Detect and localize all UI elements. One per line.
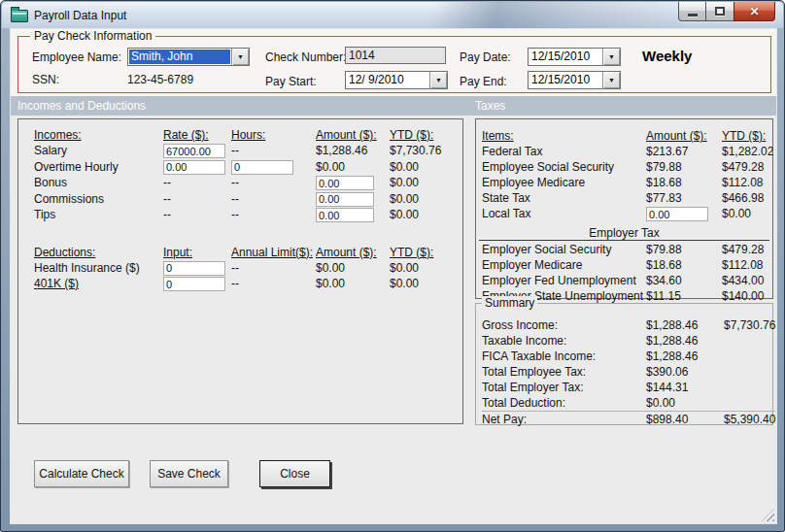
cell-value: $0.00: [646, 395, 724, 411]
pay-frequency-label: Weekly: [642, 48, 692, 64]
cell-value: $5,390.40: [724, 411, 775, 427]
row-label: Bonus: [34, 175, 163, 191]
resize-grip[interactable]: [762, 509, 774, 521]
column-header: Amount ($):: [316, 127, 390, 143]
row-label: Health Insurance ($): [34, 260, 163, 277]
cell-value: $0.00: [390, 159, 462, 176]
calculate-check-button[interactable]: Calculate Check: [34, 460, 129, 487]
row-label: FICA Taxable Income:: [482, 349, 646, 364]
employee-name-label: Employee Name:: [32, 50, 121, 64]
ssn-value: 123-45-6789: [127, 73, 193, 86]
pay-date-label: Pay Date:: [460, 50, 511, 64]
column-header: Deductions:: [34, 245, 163, 260]
column-header: Rate ($):: [163, 127, 231, 143]
bonus-amount-input[interactable]: [316, 176, 374, 190]
row-label: Net Pay:: [482, 411, 646, 427]
dropdown-arrow-icon[interactable]: ▼: [231, 49, 249, 65]
tips-amount-input[interactable]: [316, 208, 374, 222]
cell-value: $1,288.46: [316, 143, 390, 159]
employee-name-value: Smith, John: [129, 50, 230, 64]
row-label: Federal Tax: [482, 144, 646, 159]
overtime-hours-input[interactable]: [231, 160, 293, 175]
cell-value: $1,282.02: [722, 144, 773, 159]
pay-start-select[interactable]: 12/ 9/2010 ▼: [345, 71, 448, 89]
row-label: Commissions: [34, 191, 163, 208]
close-icon: ✕: [749, 6, 759, 17]
dropdown-arrow-icon[interactable]: ▼: [602, 72, 620, 88]
employer-tax-divider: Employer Tax: [479, 226, 769, 241]
cell-value: $0.00: [390, 175, 462, 191]
pay-start-label: Pay Start:: [265, 75, 317, 88]
paycheck-info-group: Pay Check Information Employee Name: Smi…: [17, 36, 771, 93]
column-header: YTD ($):: [390, 245, 462, 260]
incomes-deductions-header: Incomes and Deductions: [11, 99, 146, 113]
overtime-rate-input[interactable]: [163, 160, 225, 175]
summary-table: Gross Income: $1,288.46 $7,730.76 Taxabl…: [476, 304, 772, 427]
row-label: Total Employer Tax:: [482, 380, 646, 395]
cell-value: $18.68: [646, 257, 722, 273]
app-icon: [11, 10, 28, 22]
pay-date-value: 12/15/2010: [529, 49, 602, 65]
401k-input[interactable]: [163, 277, 225, 291]
employee-name-select[interactable]: Smith, John ▼: [127, 48, 250, 66]
pay-date-select[interactable]: 12/15/2010 ▼: [528, 48, 621, 66]
cell-value: $79.88: [646, 159, 722, 175]
taxes-table: Items: Amount ($): YTD ($): Federal Tax …: [476, 119, 772, 222]
cell-value: $79.88: [646, 242, 722, 257]
cell-value: $11.15: [646, 288, 722, 304]
pay-start-value: 12/ 9/2010: [346, 72, 429, 88]
window-title: Payroll Data Input: [34, 9, 126, 22]
column-header: Amount ($):: [646, 128, 722, 144]
close-window-button[interactable]: ✕: [734, 2, 775, 21]
pay-end-select[interactable]: 12/15/2010 ▼: [528, 71, 621, 89]
commissions-amount-input[interactable]: [316, 192, 374, 207]
cell-value: $0.00: [390, 207, 462, 223]
row-label: Employee Medicare: [482, 175, 646, 190]
maximize-button[interactable]: [705, 2, 734, 21]
row-label: State Tax: [482, 190, 646, 206]
cell-value: $390.06: [646, 364, 724, 380]
save-check-button[interactable]: Save Check: [150, 460, 228, 487]
check-number-input[interactable]: [345, 47, 446, 64]
close-button[interactable]: Close: [259, 460, 330, 487]
minimize-button[interactable]: [678, 2, 706, 21]
health-insurance-input[interactable]: [163, 261, 225, 276]
cell-value: $0.00: [316, 260, 390, 277]
maximize-icon: [715, 7, 725, 16]
401k-link[interactable]: 401K ($): [34, 276, 163, 292]
dropdown-arrow-icon[interactable]: ▼: [602, 49, 620, 65]
cell-value: [724, 380, 775, 395]
cell-value: --: [231, 276, 316, 292]
cell-value: $0.00: [316, 276, 390, 292]
pay-end-value: 12/15/2010: [529, 72, 602, 88]
titlebar[interactable]: Payroll Data Input ✕: [2, 2, 783, 28]
caption-buttons: ✕: [679, 2, 775, 21]
column-header: Amount ($):: [316, 245, 390, 260]
taxes-panel: Items: Amount ($): YTD ($): Federal Tax …: [475, 118, 773, 299]
cell-value: [724, 349, 775, 364]
cell-value: $7,730.76: [390, 143, 462, 159]
cell-value: [724, 333, 775, 349]
cell-value: --: [163, 207, 231, 223]
incomes-deductions-panel: Incomes: Rate ($): Hours: Amount ($): YT…: [17, 118, 463, 424]
employer-taxes-table: Employer Social Security $79.88 $479.28 …: [476, 241, 772, 304]
row-label: Employer Medicare: [482, 257, 646, 273]
cell-value: $479.28: [722, 242, 772, 257]
cell-value: $0.00: [722, 206, 773, 222]
cell-value: $112.08: [722, 257, 772, 273]
pay-end-label: Pay End:: [460, 75, 507, 88]
dropdown-arrow-icon[interactable]: ▼: [429, 72, 447, 88]
cell-value: $0.00: [390, 276, 462, 292]
row-label: Tips: [34, 207, 163, 223]
cell-value: $1,288.46: [646, 349, 724, 364]
row-label: Gross Income:: [482, 317, 646, 333]
row-label: Employer Social Security: [482, 242, 646, 257]
row-label: Employer Fed Unemployment: [482, 273, 646, 288]
cell-value: $34.60: [646, 273, 722, 288]
employer-tax-divider-label: Employer Tax: [589, 226, 659, 240]
ssn-label: SSN:: [32, 73, 59, 86]
local-tax-input[interactable]: [646, 207, 708, 221]
screenshot-stage: { "window": { "title": "Payroll Data Inp…: [0, 0, 785, 532]
cell-value: $898.40: [646, 411, 724, 427]
salary-rate-input[interactable]: [163, 144, 225, 158]
